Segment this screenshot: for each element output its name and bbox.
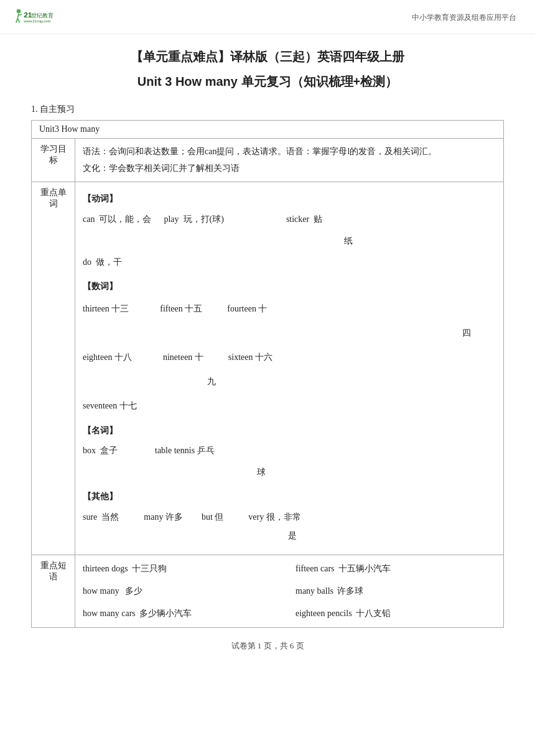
svg-text:世纪教育: 世纪教育 xyxy=(31,12,54,19)
phrase-item-3: how many 多少 xyxy=(83,583,283,600)
phrase-en-2: fifteen cars xyxy=(295,560,335,578)
word-nineteen: nineteen 十 xyxy=(163,346,203,368)
table-row-zhongdianDuanyu: 重点短语 thirteen dogs 十三只狗 fifteen cars 十五辆… xyxy=(32,555,504,628)
nouns-content: box 盒子 table tennis 乒乓 球 xyxy=(83,441,496,482)
tabletennis-second-line: 球 xyxy=(257,463,496,482)
phrase-en-6: eighteen pencils xyxy=(295,605,352,622)
other-row1: sure 当然 many 许多 but 但 very 很，非常 xyxy=(83,508,496,527)
doc-subtitle: Unit 3 How many 单元复习（知识梳理+检测） xyxy=(31,71,504,91)
logo-area: 21 世纪教育 www.21cnjy.com xyxy=(12,6,75,29)
word-but: but 但 xyxy=(202,508,223,527)
svg-text:www.21cnjy.com: www.21cnjy.com xyxy=(23,19,50,23)
logo-svg: 21 世纪教育 www.21cnjy.com xyxy=(12,6,75,29)
content-zhongdianDuanyu: thirteen dogs 十三只狗 fifteen cars 十五辆小汽车 h… xyxy=(75,555,504,628)
word-thirteen: thirteen 十三 xyxy=(83,298,129,320)
word-fifteen: fifteen 十五 xyxy=(160,298,202,320)
label-zhongdianDuanyu: 重点短语 xyxy=(32,555,75,628)
phrase-zh-5: 多少辆小汽车 xyxy=(139,605,192,622)
nineteen-second-line: 九 xyxy=(207,371,496,392)
main-table: Unit3 How many 学习目标 语法：会询问和表达数量；会用can提问，… xyxy=(31,120,504,628)
phrase-en-3: how many xyxy=(83,583,119,600)
phrase-zh-6: 十八支铅 xyxy=(356,605,391,622)
verb-row2: do 做，干 xyxy=(83,253,496,272)
word-box: box 盒子 xyxy=(83,441,118,461)
phrase-zh-2: 十五辆小汽车 xyxy=(338,560,391,578)
word-can: can 可以，能，会 xyxy=(83,210,151,229)
page-header: 21 世纪教育 www.21cnjy.com 中小学教育资源及组卷应用平台 xyxy=(0,0,535,34)
phrase-en-5: how many cars xyxy=(83,605,136,622)
word-fourteen: fourteen 十 xyxy=(227,298,267,320)
svg-point-0 xyxy=(17,9,21,14)
word-sure: sure 当然 xyxy=(83,508,119,527)
word-play: play 玩，打(球) xyxy=(164,210,223,229)
noun-row1: box 盒子 table tennis 乒乓 xyxy=(83,441,496,461)
phrase-zh-4: 许多球 xyxy=(337,583,363,600)
number-row1: thirteen 十三 fifteen 十五 fourteen 十 xyxy=(83,298,496,320)
main-content: 【单元重点难点】译林版（三起）英语四年级上册 Unit 3 How many 单… xyxy=(0,34,535,683)
table-row-xuexiMubiao: 学习目标 语法：会询问和表达数量；会用can提问，表达请求。语音：掌握字母l的发… xyxy=(32,139,504,182)
phrase-en-1: thirteen dogs xyxy=(83,560,128,578)
content-xuexiMubiao: 语法：会询问和表达数量；会用can提问，表达请求。语音：掌握字母l的发音，及相关… xyxy=(75,139,504,182)
phrase-zh-1: 十三只狗 xyxy=(132,560,167,578)
doc-title: 【单元重点难点】译林版（三起）英语四年级上册 xyxy=(31,47,504,67)
phrases-grid: thirteen dogs 十三只狗 fifteen cars 十五辆小汽车 h… xyxy=(83,560,496,622)
table-header-cell: Unit3 How many xyxy=(32,121,504,139)
page-footer: 试卷第 1 页，共 6 页 xyxy=(31,640,504,664)
word-very: very 很，非常 xyxy=(248,508,300,527)
category-numbers-label: 【数词】 xyxy=(83,279,496,295)
word-many: many 许多 xyxy=(144,508,183,527)
word-sixteen: sixteen 十六 xyxy=(228,346,272,368)
verbs-content: can 可以，能，会 play 玩，打(球) sticker 贴 纸 do 做，… xyxy=(83,210,496,272)
numbers-content: thirteen 十三 fifteen 十五 fourteen 十 四 eigh… xyxy=(83,298,496,417)
section1-label: 1. 自主预习 xyxy=(31,104,504,115)
phrase-zh-3: 多少 xyxy=(123,583,143,600)
phrase-item-4: many balls 许多球 xyxy=(295,583,496,600)
phrase-item-2: fifteen cars 十五辆小汽车 xyxy=(295,560,496,578)
category-nouns-label: 【名词】 xyxy=(83,423,496,440)
table-row-zhongdianDanci: 重点单词 【动词】 can 可以，能，会 play 玩，打(球) sticker… xyxy=(32,182,504,555)
label-zhongdianDanci: 重点单词 xyxy=(32,182,75,555)
phrase-item-6: eighteen pencils 十八支铅 xyxy=(295,605,496,622)
phrase-en-4: many balls xyxy=(295,583,333,600)
verb-row1: can 可以，能，会 play 玩，打(球) sticker 贴 xyxy=(83,210,496,229)
header-tagline: 中小学教育资源及组卷应用平台 xyxy=(412,12,516,23)
svg-line-3 xyxy=(17,19,19,23)
fourteen-second-line: 四 xyxy=(83,322,496,344)
sticker-zh2: 纸 xyxy=(344,232,496,251)
svg-line-1 xyxy=(17,13,19,18)
svg-line-4 xyxy=(19,14,22,16)
number-row3: seventeen 十七 xyxy=(83,395,496,417)
table-header-row: Unit3 How many xyxy=(32,121,504,139)
but-second-line: 是 xyxy=(288,527,496,546)
phrase-item-1: thirteen dogs 十三只狗 xyxy=(83,560,283,578)
xuexiMubiao-line1: 语法：会询问和表达数量；会用can提问，表达请求。语音：掌握字母l的发音，及相关… xyxy=(83,144,496,160)
word-tabletennis: table tennis 乒乓 xyxy=(155,441,215,461)
category-other-label: 【其他】 xyxy=(83,489,496,505)
xuexiMubiao-line2: 文化：学会数字相关词汇并了解相关习语 xyxy=(83,160,496,177)
content-zhongdianDanci: 【动词】 can 可以，能，会 play 玩，打(球) sticker 贴 纸 … xyxy=(75,182,504,555)
phrase-item-5: how many cars 多少辆小汽车 xyxy=(83,605,283,622)
category-verbs-label: 【动词】 xyxy=(83,191,496,208)
word-eighteen: eighteen 十八 xyxy=(83,346,132,368)
label-xuexiMubiao: 学习目标 xyxy=(32,139,75,182)
number-row2: eighteen 十八 nineteen 十 sixteen 十六 xyxy=(83,346,496,368)
word-sticker: sticker 贴 xyxy=(286,210,322,229)
other-content: sure 当然 many 许多 but 但 very 很，非常 是 xyxy=(83,508,496,546)
